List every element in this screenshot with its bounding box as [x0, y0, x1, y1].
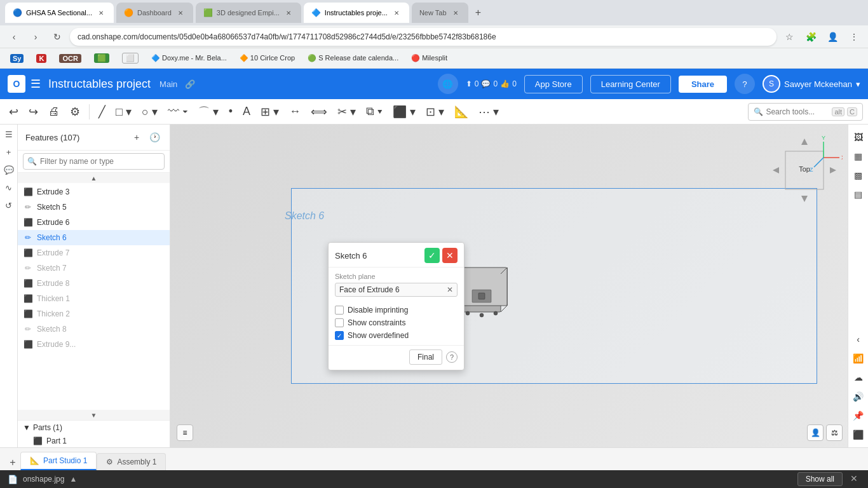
- bookmark-button[interactable]: ☆: [780, 28, 798, 46]
- tab-close-btn[interactable]: ✕: [451, 8, 461, 18]
- bookmark-doxy[interactable]: 🔷 Doxy.me - Mr. Bela...: [146, 53, 232, 64]
- right-icon-shading[interactable]: ▩: [851, 168, 866, 183]
- copy-tool[interactable]: ⧉ ▾: [362, 102, 386, 121]
- feature-item-thicken2[interactable]: ⬛ Thicken 2: [18, 306, 170, 322]
- part-item-1[interactable]: ⬛ Part 1: [18, 435, 170, 447]
- learning-center-button[interactable]: Learning Center: [590, 75, 671, 93]
- circle-tool[interactable]: ○ ▾: [138, 102, 161, 121]
- parts-header[interactable]: ▼ Parts (1): [18, 421, 170, 435]
- print-button[interactable]: 🖨: [44, 102, 64, 121]
- tab-close-btn[interactable]: ✕: [391, 8, 402, 18]
- sketch-cancel-button[interactable]: ✕: [442, 248, 458, 263]
- help-button[interactable]: ?: [735, 74, 755, 94]
- bookmark-k[interactable]: K: [31, 53, 51, 64]
- fillet-tool[interactable]: ⌒ ▾: [194, 102, 222, 121]
- rectangle-tool[interactable]: □ ▾: [112, 102, 135, 121]
- redo-button[interactable]: ↪: [25, 102, 42, 121]
- status-close-button[interactable]: ✕: [848, 472, 860, 485]
- right-icon-render[interactable]: 🖼: [851, 130, 866, 145]
- tab-part-studio-1[interactable]: 📐 Part Studio 1: [20, 452, 97, 470]
- bookmark-milesplit[interactable]: 🔴 Milesplit: [406, 53, 452, 64]
- profile-button[interactable]: 👤: [824, 28, 841, 46]
- tab-ghsa[interactable]: 🔵 GHSA 5A Sectional... ✕: [5, 3, 114, 23]
- show-overdefined-checkbox[interactable]: ✓: [335, 331, 344, 340]
- final-button[interactable]: Final: [409, 349, 442, 365]
- app-store-button[interactable]: App Store: [524, 75, 583, 93]
- add-studio-button[interactable]: +: [5, 455, 20, 470]
- link-icon[interactable]: 🔗: [182, 76, 198, 92]
- new-tab-button[interactable]: +: [473, 8, 484, 18]
- option-show-overdefined[interactable]: ✓ Show overdefined: [335, 331, 458, 340]
- feature-item-sketch5[interactable]: ✏ Sketch 5: [18, 200, 170, 215]
- extension-puzzle-icon[interactable]: 🧩: [802, 28, 820, 46]
- tab-instructables[interactable]: 🔷 Instructables proje... ✕: [304, 3, 409, 23]
- dialog-help-icon[interactable]: ?: [446, 351, 458, 363]
- feature-item-thicken1[interactable]: ⬛ Thicken 1: [18, 291, 170, 306]
- offset-tool[interactable]: ⊡ ▾: [422, 102, 448, 121]
- feature-item-extrude6[interactable]: ⬛ Extrude 6: [18, 215, 170, 230]
- feature-item-extrude7[interactable]: ⬛ Extrude 7: [18, 245, 170, 261]
- trim-tool[interactable]: ✂ ▾: [334, 102, 360, 121]
- hamburger-menu[interactable]: ☰: [31, 77, 41, 91]
- align-list-button[interactable]: ≡: [177, 424, 193, 441]
- tab-assembly-1[interactable]: ⚙ Assembly 1: [97, 453, 166, 470]
- point-tool[interactable]: •: [225, 102, 236, 121]
- line-tool[interactable]: ╱: [95, 102, 109, 121]
- bookmark-circle-crop[interactable]: 🔶 10 Cirlce Crop: [234, 53, 300, 64]
- show-constraints-checkbox[interactable]: [335, 318, 344, 327]
- navigation-cube[interactable]: Top X Y Z: [766, 132, 843, 208]
- right-icon-wifi[interactable]: 📶: [851, 351, 866, 366]
- left-icon-features[interactable]: ☰: [2, 127, 16, 141]
- forward-button[interactable]: ›: [27, 28, 44, 46]
- right-icon-bottom[interactable]: ⬛: [851, 427, 866, 442]
- feature-item-sketch7[interactable]: ✏ Sketch 7: [18, 261, 170, 276]
- bookmark-green[interactable]: 🟩: [89, 52, 114, 64]
- tab-close-btn[interactable]: ✕: [283, 8, 294, 18]
- dimension-tool[interactable]: ⟺: [307, 102, 331, 121]
- sketch-plane-clear-icon[interactable]: ✕: [447, 285, 453, 294]
- scroll-down-button[interactable]: ▼: [18, 410, 170, 420]
- feature-item-sketch8[interactable]: ✏ Sketch 8: [18, 322, 170, 337]
- tab-new-tab[interactable]: New Tab ✕: [412, 3, 468, 23]
- viewport-person-icon[interactable]: 👤: [807, 424, 824, 441]
- bookmark-white[interactable]: ⬜: [117, 51, 144, 65]
- right-icon-grid[interactable]: ▦: [851, 149, 866, 164]
- option-disable-imprinting[interactable]: Disable imprinting: [335, 306, 458, 315]
- sidebar-add-icon[interactable]: +: [129, 130, 144, 145]
- features-search-input[interactable]: [23, 153, 165, 170]
- menu-button[interactable]: ⋮: [845, 28, 863, 46]
- measure-tool[interactable]: 📐: [451, 102, 472, 121]
- text-tool[interactable]: A: [239, 102, 254, 121]
- tab-close-btn[interactable]: ✕: [96, 8, 106, 18]
- tab-dashboard[interactable]: 🟠 Dashboard ✕: [116, 3, 193, 23]
- right-icon-pin[interactable]: 📌: [851, 408, 866, 423]
- left-icon-add[interactable]: +: [2, 145, 16, 159]
- feature-item-extrude8[interactable]: ⬛ Extrude 8: [18, 276, 170, 291]
- disable-imprinting-checkbox[interactable]: [335, 306, 344, 315]
- settings-button[interactable]: ⚙: [66, 102, 84, 121]
- left-icon-curvature[interactable]: ∿: [2, 180, 16, 194]
- more-tools[interactable]: ⋯ ▾: [475, 102, 503, 121]
- sketch-plane-value[interactable]: Face of Extrude 6 ✕: [335, 283, 458, 297]
- share-button[interactable]: Share: [679, 76, 727, 93]
- sidebar-clock-icon[interactable]: 🕐: [147, 130, 162, 145]
- feature-item-sketch6[interactable]: ✏ Sketch 6: [18, 230, 170, 245]
- feature-item-extrude3[interactable]: ⬛ Extrude 3: [18, 184, 170, 200]
- bookmark-release[interactable]: 🟢 S Release date calenda...: [302, 53, 403, 64]
- right-icon-pattern[interactable]: ▤: [851, 187, 866, 202]
- pattern-tool[interactable]: ⊞ ▾: [257, 102, 283, 121]
- user-menu[interactable]: S Sawyer Mckeehan ▾: [763, 75, 860, 93]
- feature-item-extrude9[interactable]: ⬛ Extrude 9...: [18, 337, 170, 352]
- spline-tool[interactable]: 〰 ▾: [164, 102, 192, 121]
- search-tools-input[interactable]: [766, 107, 829, 116]
- tab-3d-designed[interactable]: 🟩 3D designed Empi... ✕: [196, 3, 301, 23]
- tab-close-btn[interactable]: ✕: [175, 8, 186, 18]
- reload-button[interactable]: ↻: [48, 28, 66, 46]
- option-show-constraints[interactable]: Show constraints: [335, 318, 458, 327]
- right-icon-collapse[interactable]: ‹: [851, 332, 866, 347]
- transform-tool[interactable]: ↔: [285, 102, 304, 121]
- scroll-up-button[interactable]: ▲: [18, 173, 170, 183]
- address-bar[interactable]: [70, 28, 776, 46]
- globe-button[interactable]: 🌐: [438, 74, 458, 94]
- bookmark-ocr[interactable]: OCR: [54, 53, 86, 64]
